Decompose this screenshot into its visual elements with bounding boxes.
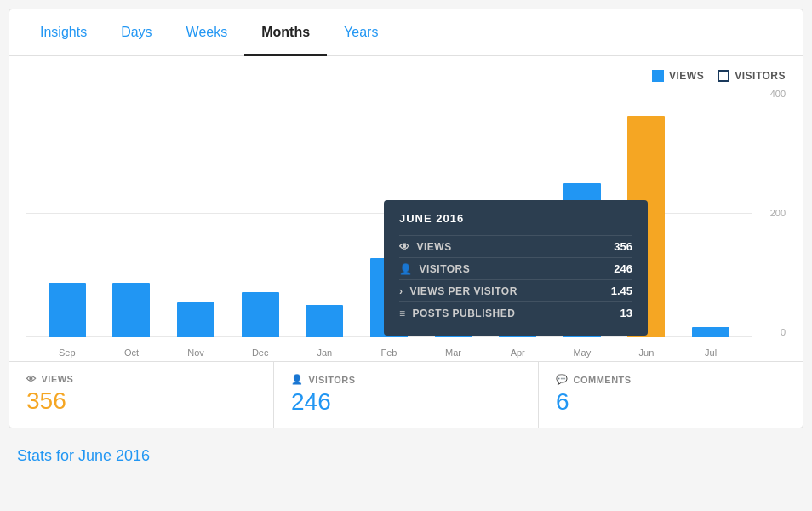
person-icon: 👤 [399,263,413,275]
stat-label-comments: 💬 COMMENTS [556,374,786,385]
tooltip-title: JUNE 2016 [399,212,632,225]
comment-icon: 💬 [556,374,569,385]
bar-label-jan: Jan [317,347,332,358]
legend-views-label: VIEWS [669,70,704,82]
legend-views: VIEWS [652,70,704,82]
bar-label-jun: Jun [639,347,655,358]
bar-chart-wrapper: SepOctNovDecJanFebMarAprMayJunJul JUNE 2… [26,89,786,361]
tab-navigation: InsightsDaysWeeksMonthsYears [9,9,803,56]
tooltip-row-value: 1.45 [611,284,632,297]
tab-days[interactable]: Days [104,9,169,55]
bar-group-dec[interactable]: Dec [242,292,279,337]
chevron-icon: › [399,285,403,297]
y-axis-label: 0 [781,327,786,337]
bar-label-nov: Nov [187,347,204,358]
y-axis-label: 400 [770,89,786,99]
stat-item-visitors: 👤 VISITORS246 [274,362,539,428]
tooltip-row-value: 246 [614,262,632,275]
bar-label-may: May [573,347,591,358]
tooltip-row-label: 👤 VISITORS [399,263,470,275]
tooltip-row-label: › VIEWS PER VISITOR [399,285,518,297]
stat-label-views: 👁 VIEWS [26,374,256,384]
bar-dec [242,292,279,337]
tooltip-row-visitors: 👤 VISITORS246 [399,257,632,279]
y-axis: 4002000 [752,89,786,361]
stat-item-views: 👁 VIEWS356 [9,362,274,428]
legend-visitors: VISITORS [718,70,786,82]
y-axis-label: 200 [770,208,786,218]
tooltip-row-label: ≡ POSTS PUBLISHED [399,307,515,319]
tab-weeks[interactable]: Weeks [169,9,245,55]
tab-insights[interactable]: Insights [23,9,104,55]
stat-value-comments: 6 [556,388,786,416]
tooltip-row-posts-published: ≡ POSTS PUBLISHED13 [399,301,632,324]
tooltip-row-label: 👁 VIEWS [399,241,452,253]
bar-group-jul[interactable]: Jul [692,327,729,337]
bar-group-sep[interactable]: Sep [49,283,86,337]
stats-bar: 👁 VIEWS356👤 VISITORS246💬 COMMENTS6 [9,361,803,428]
tooltip-row-views: 👁 VIEWS356 [399,235,632,257]
person-icon: 👤 [291,374,304,385]
stat-label-visitors: 👤 VISITORS [291,374,521,385]
bar-nov [177,302,214,337]
bar-label-apr: Apr [511,347,525,358]
tab-months[interactable]: Months [244,9,327,55]
bar-sep [49,283,86,337]
eye-icon: 👁 [26,374,37,384]
stat-item-comments: 💬 COMMENTS6 [539,362,803,428]
bar-group-oct[interactable]: Oct [112,283,150,337]
bar-label-sep: Sep [59,347,76,358]
bar-oct [112,283,150,337]
stat-value-views: 356 [26,388,256,415]
legend-visitors-icon [718,70,729,82]
bar-label-oct: Oct [124,347,139,358]
bar-group-nov[interactable]: Nov [177,302,214,337]
chart-legend: VIEWS VISITORS [26,70,786,82]
bar-chart: SepOctNovDecJanFebMarAprMayJunJul JUNE 2… [26,89,752,361]
bar-label-jul: Jul [705,347,717,358]
insights-panel: InsightsDaysWeeksMonthsYears VIEWS VISIT… [9,9,803,428]
tooltip: JUNE 2016 👁 VIEWS356👤 VISITORS246› VIEWS… [384,200,648,336]
bar-label-feb: Feb [380,347,397,358]
tooltip-row-views-per-visitor: › VIEWS PER VISITOR1.45 [399,279,632,301]
tooltip-row-value: 13 [620,307,632,319]
eye-icon: 👁 [399,241,410,253]
footer: Stats for June 2016 [0,437,812,475]
lines-icon: ≡ [399,307,406,319]
chart-area: VIEWS VISITORS SepOctNovDecJanFebMarAprM… [9,56,803,361]
stat-value-visitors: 246 [291,388,521,416]
bar-label-mar: Mar [445,347,461,358]
legend-views-icon [652,70,664,82]
bar-group-jan[interactable]: Jan [306,305,343,337]
bar-jan [306,305,343,337]
bar-jul [692,327,729,337]
legend-visitors-label: VISITORS [735,70,786,82]
bar-label-dec: Dec [252,347,269,358]
tab-years[interactable]: Years [327,9,395,55]
tooltip-row-value: 356 [614,240,632,253]
